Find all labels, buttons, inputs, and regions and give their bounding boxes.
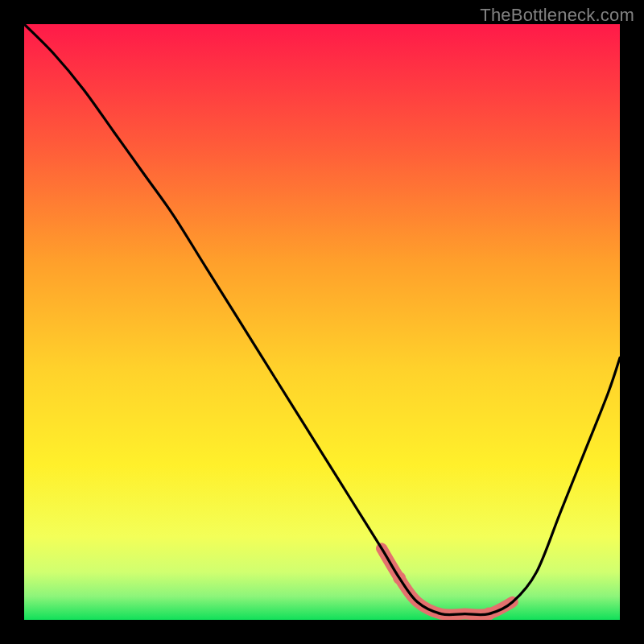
- watermark-text: TheBottleneck.com: [480, 5, 634, 26]
- chart-frame: TheBottleneck.com: [0, 0, 644, 644]
- gradient-background: [24, 24, 620, 620]
- chart-svg: [24, 24, 620, 620]
- plot-area: [24, 24, 620, 620]
